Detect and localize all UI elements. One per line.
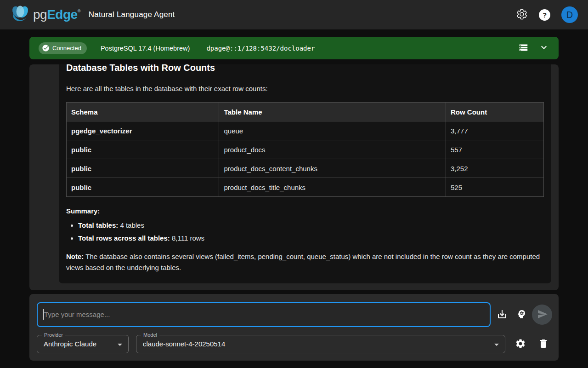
model-settings-button[interactable]	[511, 335, 530, 353]
note-label: Note:	[66, 253, 84, 260]
send-icon	[536, 309, 548, 321]
logo-text-edge: Edge	[47, 7, 77, 22]
storage-list-icon	[519, 43, 528, 54]
summary-heading: Summary:	[66, 206, 544, 216]
message-input-wrap	[37, 302, 491, 327]
pgedge-logo: pgEdge®	[10, 5, 80, 25]
connection-status-badge: Connected	[39, 42, 87, 54]
export-chat-button[interactable]	[493, 305, 511, 324]
clear-chat-button[interactable]	[534, 335, 553, 353]
column-header-table-name: Table Name	[219, 103, 446, 121]
cell-row-count: 3,777	[446, 121, 543, 140]
connection-string: dpage@::1/128:5432/docloader	[206, 45, 315, 52]
connection-bar-actions	[519, 42, 549, 54]
avatar-letter: D	[566, 10, 573, 20]
settings-button[interactable]	[516, 8, 528, 22]
help-icon: ?	[539, 9, 550, 21]
model-select-value: claude-sonnet-4-20250514	[136, 335, 505, 353]
summary-item-label: Total tables:	[78, 221, 118, 229]
gear-outline-icon	[516, 8, 528, 22]
cell-schema: public	[67, 159, 219, 178]
cell-table-name: product_docs_content_chunks	[219, 159, 446, 178]
help-button[interactable]: ?	[539, 9, 550, 21]
dropdown-arrow-icon	[491, 339, 502, 352]
cell-schema: pgedge_vectorizer	[67, 121, 219, 140]
pgedge-brand-mark-icon	[10, 5, 30, 25]
summary-item-label: Total rows across all tables:	[78, 234, 170, 242]
message-input[interactable]	[37, 302, 491, 327]
assistant-message-card: Database Tables with Row Counts Here are…	[59, 64, 551, 283]
cell-table-name: product_docs	[219, 140, 446, 159]
summary-item: Total rows across all tables: 8,111 rows	[78, 232, 544, 245]
send-button[interactable]	[532, 305, 552, 325]
text-caret	[43, 309, 44, 320]
appbar-actions: ? D	[516, 6, 578, 23]
summary-item-value: 8,111 rows	[170, 234, 204, 242]
provider-select-label: Provider	[42, 332, 65, 339]
app-title: Natural Language Agent	[89, 10, 175, 19]
ai-insights-button[interactable]	[512, 305, 531, 324]
composer-panel: Provider Anthropic Claude Model claude-s…	[29, 294, 559, 361]
column-header-row-count: Row Count	[446, 103, 543, 121]
trash-icon	[538, 338, 549, 351]
provider-select[interactable]: Provider Anthropic Claude	[37, 335, 129, 353]
table-row: pgedge_vectorizer queue 3,777	[67, 121, 544, 140]
app-screen: pgEdge® Natural Language Agent ? D	[0, 0, 588, 368]
connection-bar: Connected PostgreSQL 17.4 (Homebrew) dpa…	[29, 37, 559, 59]
dropdown-arrow-icon	[114, 339, 125, 352]
cell-schema: public	[67, 178, 219, 197]
summary-item-value: 4 tables	[118, 221, 144, 229]
cell-row-count: 3,252	[446, 159, 543, 178]
server-version-label: PostgreSQL 17.4 (Homebrew)	[101, 45, 190, 52]
collapse-connection-button[interactable]	[538, 42, 549, 54]
check-circle-icon	[42, 44, 50, 52]
message-heading: Database Tables with Row Counts	[66, 64, 544, 74]
column-header-schema: Schema	[67, 103, 219, 121]
connection-details-button[interactable]	[519, 43, 528, 54]
note-paragraph: Note: The database also contains several…	[66, 251, 544, 273]
cell-row-count: 525	[446, 178, 543, 197]
status-label: Connected	[52, 45, 81, 52]
cell-table-name: queue	[219, 121, 446, 140]
cell-schema: public	[67, 140, 219, 159]
summary-list: Total tables: 4 tables Total rows across…	[66, 219, 544, 245]
cell-table-name: product_docs_title_chunks	[219, 178, 446, 197]
gear-filled-icon	[515, 338, 526, 351]
psychology-head-gear-icon	[516, 309, 527, 321]
cell-row-count: 557	[446, 140, 543, 159]
model-select[interactable]: Model claude-sonnet-4-20250514	[136, 335, 505, 353]
row-counts-table: Schema Table Name Row Count pgedge_vecto…	[66, 102, 544, 197]
user-avatar[interactable]: D	[561, 6, 578, 23]
message-intro: Here are all the tables in the database …	[66, 84, 544, 94]
model-select-label: Model	[141, 332, 159, 339]
table-header-row: Schema Table Name Row Count	[67, 103, 544, 121]
summary-item: Total tables: 4 tables	[78, 219, 544, 232]
logo-text-pg: pg	[33, 7, 47, 22]
logo-registered-mark: ®	[78, 9, 80, 13]
table-row: public product_docs_title_chunks 525	[67, 178, 544, 197]
app-header: pgEdge® Natural Language Agent ? D	[0, 0, 588, 29]
table-row: public product_docs 557	[67, 140, 544, 159]
chat-scroll-area[interactable]: Database Tables with Row Counts Here are…	[29, 64, 559, 290]
note-text: The database also contains several views…	[66, 253, 540, 271]
chevron-down-icon	[538, 42, 549, 54]
download-icon	[497, 309, 508, 321]
pgedge-logo-text: pgEdge®	[33, 8, 80, 21]
table-row: public product_docs_content_chunks 3,252	[67, 159, 544, 178]
